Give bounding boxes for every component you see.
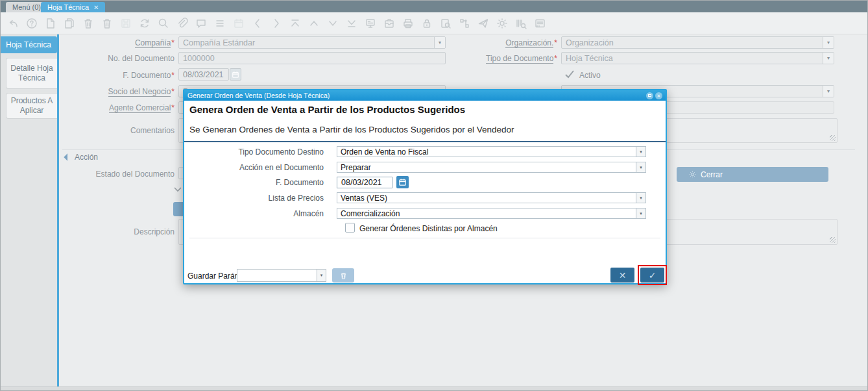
resize-grip-icon[interactable] <box>830 135 836 141</box>
dialog-title-bar: Generar Orden de Venta (Desde Hoja Técni… <box>184 90 666 101</box>
f-documento-label: F. Documento* <box>64 71 175 80</box>
cerrar-button[interactable]: Cerrar <box>677 167 828 182</box>
calendar-picker-icon[interactable] <box>396 176 409 188</box>
previous-record-icon[interactable] <box>250 16 265 31</box>
f-documento-field[interactable]: 08/03/2021 <box>178 68 229 81</box>
chevron-down-icon[interactable]: ▾ <box>636 162 645 172</box>
new-record-icon[interactable] <box>43 16 58 31</box>
accion-documento-select[interactable]: Preparar ▾ <box>337 162 646 173</box>
accion-section-title: Acción <box>75 153 98 162</box>
guardar-parametro-select[interactable]: ▾ <box>237 269 326 282</box>
archive-icon[interactable] <box>382 16 396 31</box>
compania-field[interactable]: Compañía Estándar ▾ <box>178 36 446 49</box>
compania-label: Compañía* <box>64 38 175 47</box>
parent-record-icon[interactable] <box>307 16 321 31</box>
chevron-down-icon[interactable]: ▾ <box>434 37 445 48</box>
generar-orden-venta-dialog: Generar Orden de Venta (Desde Hoja Técni… <box>183 89 667 284</box>
delete-parameter-button[interactable] <box>332 268 354 283</box>
chevron-down-icon[interactable]: ▾ <box>317 270 326 281</box>
partial-action-button[interactable] <box>173 202 184 216</box>
tab-productos-a-aplicar[interactable]: Productos A Aplicar <box>6 93 57 119</box>
status-strip <box>1 386 868 391</box>
accion-documento-label: Acción en el Documento <box>187 163 324 172</box>
trash-icon <box>339 271 348 280</box>
descripcion-label: Descripción <box>64 227 175 236</box>
info-panel-icon[interactable] <box>533 16 547 31</box>
ok-button[interactable]: ✓ <box>640 268 664 283</box>
activo-checkbox[interactable] <box>564 68 575 82</box>
preferences-gear-icon[interactable] <box>495 16 509 31</box>
window-tab-bar: Menú (0) Hoja Técnica ✕ <box>1 1 868 12</box>
tipo-documento-destino-select[interactable]: Orden de Venta no Fiscal ▾ <box>337 146 646 157</box>
first-record-icon[interactable] <box>288 16 302 31</box>
tab-detalle-hoja-tecnica[interactable]: Detalle Hoja Técnica <box>6 58 57 89</box>
workflow-icon[interactable] <box>457 16 472 31</box>
chevron-down-icon[interactable]: ▾ <box>636 193 645 203</box>
almacen-label: Almacén <box>187 209 324 218</box>
window-title: Hoja Técnica <box>1 36 57 53</box>
tipo-documento-field[interactable]: Hoja Técnica ▾ <box>561 52 834 64</box>
organizacion-field[interactable]: Organización ▾ <box>561 36 834 49</box>
chevron-down-icon[interactable]: ▾ <box>823 53 834 64</box>
agente-comercial-label: Agente Comercial* <box>64 103 175 112</box>
attachment-icon[interactable] <box>175 16 189 31</box>
delete-selection-icon[interactable] <box>100 16 114 31</box>
process-heading: Genera Orden de Venta a Partir de los Pr… <box>189 104 465 115</box>
refresh-icon[interactable] <box>138 16 152 31</box>
maximize-icon[interactable] <box>646 92 653 99</box>
menu-lines-icon[interactable] <box>213 16 227 31</box>
tipo-documento-destino-label: Tipo Documento Destino <box>187 147 324 157</box>
detail-record-icon[interactable] <box>326 16 340 31</box>
chevron-down-icon[interactable]: ▾ <box>823 86 834 97</box>
send-icon[interactable] <box>476 16 490 31</box>
dialog-body: Genera Orden de Venta a Partir de los Pr… <box>184 101 666 283</box>
lock-icon[interactable] <box>420 16 434 31</box>
chat-icon[interactable] <box>194 16 208 31</box>
organizacion-label: Organización.* <box>447 38 557 47</box>
calendar-picker-icon <box>230 68 241 81</box>
socio-negocio-label: Socio del Negocio* <box>64 87 175 96</box>
lista-precios-select[interactable]: Ventas (VES) ▾ <box>337 192 646 203</box>
parameters-divider <box>189 238 660 238</box>
application-window: Menú (0) Hoja Técnica ✕ <box>0 0 868 391</box>
ordenes-distintas-checkbox[interactable] <box>345 223 355 233</box>
barcode-search-icon[interactable] <box>514 16 528 31</box>
estado-documento-label: Estado del Documento <box>64 170 175 179</box>
comentarios-label: Comentarios <box>64 126 175 135</box>
close-dialog-icon[interactable]: ✕ <box>655 92 662 99</box>
fecha-documento-input[interactable]: 08/03/2021 <box>337 177 392 188</box>
chevron-down-icon[interactable]: ▾ <box>823 37 834 48</box>
lista-precios-label: Lista de Precios <box>187 194 324 203</box>
no-documento-field[interactable]: 1000000 <box>178 52 446 64</box>
last-record-icon[interactable] <box>344 16 359 31</box>
help-icon[interactable] <box>25 16 39 31</box>
cancel-button[interactable]: ✕ <box>610 268 634 283</box>
chevron-down-icon[interactable]: ▾ <box>636 208 645 218</box>
copy-record-icon[interactable] <box>62 16 77 31</box>
report-icon[interactable] <box>363 16 378 31</box>
chevron-down-icon[interactable]: ▾ <box>636 147 645 157</box>
chevron-down-icon[interactable] <box>173 184 182 196</box>
undo-icon[interactable] <box>6 16 20 31</box>
dialog-title: Generar Orden de Venta (Desde Hoja Técni… <box>187 92 644 99</box>
fecha-documento-label: F. Documento <box>187 178 324 187</box>
activo-label: Activo <box>579 71 601 80</box>
record-access-icon[interactable] <box>439 16 453 31</box>
next-record-icon[interactable] <box>269 16 283 31</box>
active-panel-indicator <box>57 34 59 386</box>
save-icon <box>119 16 133 31</box>
heading-divider <box>184 141 666 142</box>
process-description: Se Generan Ordenes de Venta a Partir de … <box>189 125 514 134</box>
almacen-select[interactable]: Comercialización ▾ <box>337 208 646 219</box>
resize-grip-icon[interactable] <box>830 237 836 243</box>
find-icon[interactable] <box>156 16 171 31</box>
tipo-documento-label: Tipo de Documento* <box>447 54 557 63</box>
no-documento-label: No. del Documento <box>64 54 175 63</box>
delete-record-icon[interactable] <box>81 16 95 31</box>
collapse-section-icon[interactable] <box>64 153 71 160</box>
close-tab-icon[interactable]: ✕ <box>93 4 99 11</box>
print-icon[interactable] <box>401 16 415 31</box>
gear-icon <box>688 170 697 179</box>
calendar-icon <box>232 16 246 31</box>
tab-hoja-tecnica[interactable]: Hoja Técnica ✕ <box>41 2 105 12</box>
